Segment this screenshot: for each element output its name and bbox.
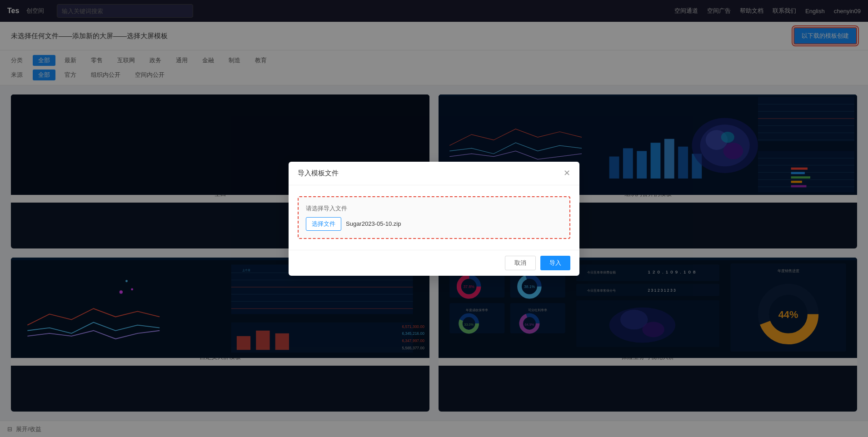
file-upload-area: 请选择导入文件 选择文件 Sugar2023-05-10.zip	[298, 196, 570, 239]
file-upload-row: 选择文件 Sugar2023-05-10.zip	[306, 217, 562, 231]
choose-file-button[interactable]: 选择文件	[306, 217, 341, 231]
import-modal: 导入模板文件 ✕ 请选择导入文件 选择文件 Sugar2023-05-10.zi…	[289, 162, 579, 276]
modal-close-button[interactable]: ✕	[564, 169, 570, 177]
import-button[interactable]: 导入	[540, 256, 570, 270]
file-upload-label: 请选择导入文件	[306, 204, 562, 213]
modal-overlay: 导入模板文件 ✕ 请选择导入文件 选择文件 Sugar2023-05-10.zi…	[0, 0, 868, 437]
modal-title: 导入模板文件	[298, 169, 339, 178]
modal-footer: 取消 导入	[289, 250, 579, 276]
modal-header: 导入模板文件 ✕	[289, 162, 579, 185]
file-name-display: Sugar2023-05-10.zip	[346, 220, 401, 227]
modal-body: 请选择导入文件 选择文件 Sugar2023-05-10.zip	[289, 185, 579, 250]
cancel-button[interactable]: 取消	[505, 256, 536, 270]
